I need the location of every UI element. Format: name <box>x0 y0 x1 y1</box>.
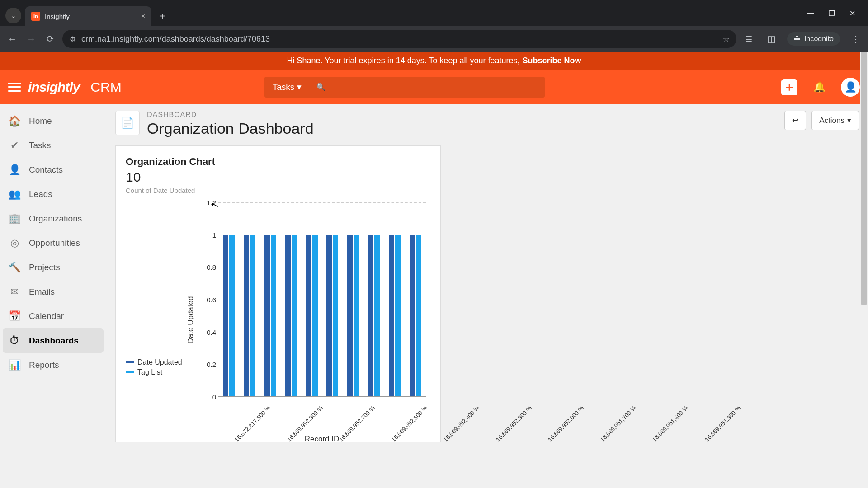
close-window-icon[interactable]: ✕ <box>849 9 855 18</box>
close-tab-icon[interactable]: × <box>141 12 145 20</box>
global-search: Tasks ▾ 🔍 <box>264 77 545 98</box>
legend-swatch <box>126 361 134 363</box>
sidebar-item-label: Contacts <box>29 165 63 175</box>
card-title: Organization Chart <box>126 156 430 168</box>
bar-group[interactable] <box>219 202 238 396</box>
bar-group[interactable] <box>240 202 259 396</box>
browser-tab-strip: ⌄ In Insightly × + — ❐ ✕ <box>0 0 868 26</box>
sidebar-item-projects[interactable]: 🔨Projects <box>3 255 104 280</box>
sidebar-item-leads[interactable]: 👥Leads <box>3 182 104 206</box>
bar <box>374 235 380 397</box>
search-icon: 🔍 <box>316 83 326 91</box>
sidebar-item-label: Reports <box>29 360 59 370</box>
y-tick: 0.6 <box>207 296 216 304</box>
sidebar-item-label: Opportunities <box>29 238 80 248</box>
bar-group[interactable] <box>364 202 383 396</box>
legend-label: Tag List <box>137 368 162 376</box>
y-tick: 1 <box>212 231 216 239</box>
sidebar-item-reports[interactable]: 📊Reports <box>3 353 104 377</box>
browser-menu-icon[interactable]: ⋮ <box>849 32 863 46</box>
sidebar-item-label: Organizations <box>29 214 82 224</box>
sidebar-item-label: Projects <box>29 263 60 272</box>
sidebar-item-home[interactable]: 🏠Home <box>3 109 104 133</box>
app-header: insightly CRM Tasks ▾ 🔍 ＋ 🔔 👤 <box>0 70 868 104</box>
bar <box>306 235 311 397</box>
bar-group[interactable] <box>282 202 301 396</box>
panel-icon[interactable]: ◫ <box>764 32 778 46</box>
chevron-down-icon: ▾ <box>297 82 302 92</box>
y-tick: 0 <box>212 393 216 401</box>
bar-group[interactable] <box>344 202 363 396</box>
y-tick: 0.2 <box>207 361 216 368</box>
sidebar-item-emails[interactable]: ✉Emails <box>3 280 104 304</box>
leads-icon: 👥 <box>8 188 21 200</box>
reload-button[interactable]: ⟳ <box>43 32 57 46</box>
card-subtitle: Count of Date Updated <box>126 187 430 194</box>
sidebar-item-organizations[interactable]: 🏢Organizations <box>3 206 104 231</box>
scrollbar-thumb[interactable] <box>861 52 867 305</box>
organizations-icon: 🏢 <box>8 213 21 225</box>
search-scope-select[interactable]: Tasks ▾ <box>264 77 311 98</box>
window-controls: — ❐ ✕ <box>807 9 864 18</box>
bar-group[interactable] <box>406 202 425 396</box>
main-content: 📄 DASHBOARD Organization Dashboard ↩ Act… <box>106 104 868 488</box>
back-button[interactable]: ← <box>5 32 19 46</box>
back-action-button[interactable]: ↩ <box>784 111 806 130</box>
browser-tab[interactable]: In Insightly × <box>25 6 151 26</box>
chart: Date UpdatedTag List Date Updated 00.20.… <box>126 202 430 437</box>
subscribe-link[interactable]: Subscribe Now <box>522 56 581 66</box>
bar <box>250 235 255 397</box>
site-settings-icon[interactable]: ⚙ <box>70 35 76 43</box>
new-tab-button[interactable]: + <box>154 8 170 24</box>
bar <box>312 235 318 397</box>
minimize-icon[interactable]: — <box>807 9 814 18</box>
bar <box>264 235 270 397</box>
x-axis-label: Record ID <box>218 435 426 444</box>
dashboards-icon: ⏱ <box>8 335 21 347</box>
sidebar-item-label: Leads <box>29 189 52 199</box>
sidebar-item-contacts[interactable]: 👤Contacts <box>3 158 104 182</box>
sidebar-item-tasks[interactable]: ✔Tasks <box>3 133 104 158</box>
card-value: 10 <box>126 169 430 185</box>
search-scope-label: Tasks <box>273 82 295 92</box>
actions-dropdown[interactable]: Actions ▾ <box>811 111 859 130</box>
sidebar-item-label: Tasks <box>29 141 51 150</box>
sidebar-item-opportunities[interactable]: ◎Opportunities <box>3 231 104 255</box>
actions-label: Actions <box>819 116 844 125</box>
bar <box>333 235 338 397</box>
incognito-badge[interactable]: 🕶 Incognito <box>787 32 840 46</box>
legend-label: Date Updated <box>137 358 182 366</box>
bar <box>292 235 297 397</box>
maximize-icon[interactable]: ❐ <box>829 9 835 18</box>
trial-banner: Hi Shane. Your trial expires in 14 days.… <box>0 52 868 70</box>
bar <box>416 235 421 397</box>
tab-favicon: In <box>31 12 40 21</box>
emails-icon: ✉ <box>8 286 21 298</box>
notifications-icon[interactable]: 🔔 <box>810 78 828 96</box>
legend-item[interactable]: Date Updated <box>126 358 193 366</box>
sidebar-item-label: Calendar <box>29 311 64 321</box>
bar <box>354 235 359 397</box>
quick-add-button[interactable]: ＋ <box>781 79 797 95</box>
user-avatar[interactable]: 👤 <box>841 78 860 97</box>
legend-item[interactable]: Tag List <box>126 368 193 376</box>
search-input[interactable]: 🔍 <box>310 83 544 91</box>
sidebar-item-dashboards[interactable]: ⏱Dashboards <box>3 328 104 353</box>
url-input[interactable]: ⚙ crm.na1.insightly.com/dashboards/dashb… <box>62 30 736 48</box>
bar-group[interactable] <box>323 202 342 396</box>
menu-toggle-button[interactable] <box>8 83 21 92</box>
sidebar-item-calendar[interactable]: 📅Calendar <box>3 304 104 328</box>
bar-group[interactable] <box>261 202 280 396</box>
projects-icon: 🔨 <box>8 262 21 273</box>
bar-group[interactable] <box>302 202 321 396</box>
bar <box>244 235 249 397</box>
bar-group[interactable] <box>385 202 404 396</box>
brand-logo[interactable]: insightly <box>28 80 80 95</box>
tab-search-button[interactable]: ⌄ <box>5 8 21 23</box>
bar <box>368 235 373 397</box>
scrollbar-track[interactable] <box>860 52 868 488</box>
trial-text: Hi Shane. Your trial expires in 14 days.… <box>287 56 520 66</box>
extensions-icon[interactable]: ≣ <box>742 32 755 46</box>
forward-button[interactable]: → <box>24 32 38 46</box>
bookmark-icon[interactable]: ☆ <box>723 35 729 43</box>
